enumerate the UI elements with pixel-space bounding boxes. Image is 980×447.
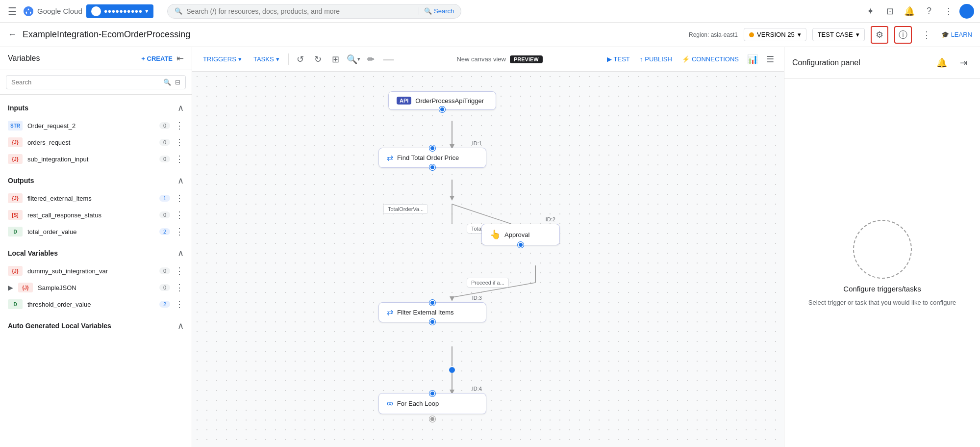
zoom-button[interactable]: 🔍 ▾ — [346, 52, 361, 67]
second-nav-more-button[interactable]: ⋮ — [918, 26, 935, 44]
var-more-icon[interactable]: ⋮ — [175, 226, 184, 237]
search-button[interactable]: 🔍 Search — [419, 7, 454, 15]
svg-marker-9 — [450, 296, 454, 301]
pen-tool-button[interactable]: ✏ — [363, 52, 379, 67]
list-item[interactable]: [S] rest_call_response_status 0 ⋮ — [0, 207, 192, 223]
list-item[interactable]: STR Order_request_2 0 ⋮ — [0, 117, 192, 134]
var-name: threshold_order_value — [27, 301, 154, 308]
task-icon: ⇄ — [387, 308, 393, 317]
var-more-icon[interactable]: ⋮ — [175, 299, 184, 310]
local-vars-section-title: Local Variables — [8, 249, 58, 257]
outputs-chevron-icon: ∧ — [177, 175, 184, 186]
left-sidebar: Variables + CREATE ⇤ 🔍 ⊟ Inputs ∧ STR Or… — [0, 47, 192, 447]
list-item[interactable]: ▶ {J} SampleJSON 0 ⋮ — [0, 279, 192, 296]
test-label: TEST — [614, 55, 630, 63]
canvas-menu-button[interactable]: ☰ — [762, 52, 778, 67]
node-output-dot — [429, 319, 435, 325]
node-id: ID:1 — [472, 140, 482, 146]
var-more-icon[interactable]: ⋮ — [175, 120, 184, 131]
project-selector[interactable]: ⬡ ●●●●●●●●●● ▾ — [86, 4, 154, 18]
sidebar-search-input[interactable] — [11, 79, 159, 86]
info-button[interactable]: ⓘ — [894, 26, 912, 44]
publish-icon: ↑ — [640, 55, 643, 63]
search-input[interactable] — [186, 7, 415, 15]
notifications-icon-btn[interactable]: 🔔 — [901, 2, 918, 20]
list-item[interactable]: D total_order_value 2 ⋮ — [0, 223, 192, 240]
node-id: ID:4 — [472, 386, 482, 392]
test-case-button[interactable]: TEST CASE ▾ — [812, 28, 865, 41]
svg-point-11 — [449, 367, 455, 373]
expand-icon[interactable]: ▶ — [8, 284, 13, 291]
minus-button[interactable]: — — [381, 52, 397, 67]
undo-button[interactable]: ↺ — [293, 52, 308, 67]
second-nav: ← ExampleIntegration-EcomOrderProcessing… — [0, 23, 980, 47]
var-more-icon[interactable]: ⋮ — [175, 193, 184, 204]
var-more-icon[interactable]: ⋮ — [175, 154, 184, 164]
connections-button[interactable]: ⚡ CONNECTIONS — [678, 53, 743, 65]
api-trigger-node[interactable]: API OrderProcessApiTrigger — [388, 91, 496, 110]
google-cloud-icon — [23, 5, 34, 17]
publish-label: PUBLISH — [645, 55, 672, 63]
task-label: Filter External Items — [397, 309, 454, 316]
var-ref-count: 2 — [159, 301, 170, 308]
local-vars-chevron-icon: ∧ — [177, 248, 184, 259]
auto-gen-section-title: Auto Generated Local Variables — [8, 322, 111, 330]
var-ref-count: 0 — [159, 139, 170, 146]
collapse-sidebar-button[interactable]: ⇤ — [176, 53, 184, 64]
right-panel: Configuration panel 🔔 ⇥ Configure trigge… — [784, 47, 980, 447]
task-label: Find Total Order Price — [397, 154, 459, 161]
auto-gen-section-header[interactable]: Auto Generated Local Variables ∧ — [0, 316, 192, 335]
back-button[interactable]: ← — [8, 29, 17, 40]
filter-icon[interactable]: ⊟ — [175, 79, 180, 86]
list-item[interactable]: {J} filtered_external_items 1 ⋮ — [0, 190, 192, 207]
google-cloud-logo: Google Cloud — [23, 5, 82, 17]
list-item[interactable]: {J} orders_request 0 ⋮ — [0, 134, 192, 151]
create-variable-button[interactable]: + CREATE — [141, 55, 173, 62]
var-more-icon[interactable]: ⋮ — [175, 210, 184, 220]
task-label: Approval — [504, 231, 529, 238]
canvas[interactable]: API OrderProcessApiTrigger ⇄ Find Total … — [192, 72, 784, 447]
menu-icon[interactable]: ☰ — [6, 3, 19, 19]
panel-expand-icon[interactable]: ⇥ — [955, 54, 972, 72]
var-more-icon[interactable]: ⋮ — [175, 282, 184, 293]
svg-marker-3 — [450, 196, 454, 201]
outputs-section-header[interactable]: Outputs ∧ — [0, 171, 192, 190]
approval-icon: 👆 — [490, 229, 501, 240]
var-more-icon[interactable]: ⋮ — [175, 137, 184, 148]
help-icon-btn[interactable]: ? — [920, 2, 938, 20]
ai-icon-btn[interactable]: ✦ — [861, 2, 879, 20]
inputs-section-header[interactable]: Inputs ∧ — [0, 99, 192, 117]
layout-button[interactable]: ⊞ — [328, 52, 344, 67]
var-type-badge: D — [8, 227, 23, 237]
apps-icon-btn[interactable]: ⊡ — [881, 2, 899, 20]
var-type-badge: {J} — [8, 266, 23, 276]
version-selector[interactable]: VERSION 25 ▾ — [744, 28, 806, 41]
list-item[interactable]: {J} dummy_sub_integration_var 0 ⋮ — [0, 263, 192, 279]
settings-gear-button[interactable]: ⚙ — [871, 26, 888, 44]
sidebar-title: Variables — [8, 54, 40, 63]
triggers-button[interactable]: TRIGGERS ▾ — [198, 53, 247, 65]
for-each-loop-node[interactable]: ∞ For Each Loop ID:4 — [378, 393, 486, 422]
redo-button[interactable]: ↻ — [310, 52, 326, 67]
version-status-dot — [749, 32, 754, 37]
more-icon-btn[interactable]: ⋮ — [940, 2, 957, 20]
loop-icon: ∞ — [387, 398, 393, 409]
list-item[interactable]: D threshold_order_value 2 ⋮ — [0, 296, 192, 313]
var-more-icon[interactable]: ⋮ — [175, 265, 184, 276]
find-total-order-price-node[interactable]: ⇄ Find Total Order Price ID:1 — [378, 148, 486, 168]
publish-button[interactable]: ↑ PUBLISH — [636, 53, 676, 65]
filter-external-items-node[interactable]: ⇄ Filter External Items ID:3 — [378, 302, 486, 322]
learn-icon: 🎓 — [941, 31, 949, 38]
list-item[interactable]: {J} sub_integration_input 0 ⋮ — [0, 151, 192, 167]
region-info: Region: asia-east1 — [689, 31, 738, 38]
test-button[interactable]: ▶ TEST — [603, 53, 634, 65]
approval-node[interactable]: 👆 Approval ID:2 — [481, 224, 560, 245]
learn-button[interactable]: 🎓 LEARN — [941, 31, 972, 38]
chart-button[interactable]: 📊 — [745, 52, 760, 67]
node-input-dot — [429, 300, 435, 306]
avatar[interactable] — [959, 4, 974, 19]
local-vars-section-header[interactable]: Local Variables ∧ — [0, 244, 192, 263]
page-title: ExampleIntegration-EcomOrderProcessing — [23, 29, 683, 40]
panel-notifications-icon[interactable]: 🔔 — [933, 54, 951, 72]
tasks-button[interactable]: TASKS ▾ — [249, 53, 284, 65]
